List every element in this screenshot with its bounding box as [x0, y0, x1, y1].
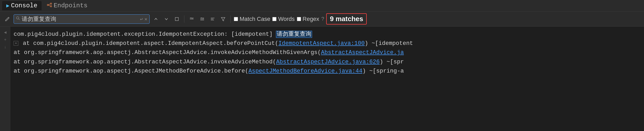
match-case-input[interactable]	[234, 17, 238, 21]
log-line-5-link[interactable]: AspectJMethodBeforeAdvice.java:44	[248, 68, 363, 74]
toolbar-separator-1	[184, 15, 184, 23]
format-button-2[interactable]	[198, 15, 206, 23]
expand-icon-1[interactable]: +	[14, 41, 18, 46]
svg-marker-20	[221, 17, 225, 21]
search-undo-icon[interactable]: ↩	[140, 16, 143, 22]
regex-input[interactable]	[297, 17, 301, 21]
log-lines: com.pig4cloud.plugin.idempotent.exceptio…	[10, 29, 644, 77]
match-case-checkbox[interactable]: Match Case	[234, 16, 270, 22]
words-input[interactable]	[272, 17, 276, 21]
log-line-2-after: ) ~[idempotent	[365, 40, 413, 47]
regex-checkbox[interactable]: Regex	[297, 16, 319, 22]
endpoints-tab-icon	[47, 2, 52, 9]
search-icon	[16, 16, 20, 22]
nav-down-button[interactable]	[162, 15, 171, 23]
format-button-1[interactable]	[188, 15, 196, 23]
log-line-4-link[interactable]: AbstractAspectJAdvice.java:626	[276, 59, 380, 65]
gutter-expand-1[interactable]: +	[0, 37, 10, 43]
log-line-1-highlight: 请勿重复查询	[276, 31, 312, 38]
svg-rect-7	[175, 17, 178, 21]
matches-badge: 9 matches	[326, 13, 367, 25]
log-line-3-link[interactable]: AbstractAspectJAdvice.ja	[321, 49, 404, 56]
log-line-5-before: at org.springframework.aop.aspectj.Aspec…	[14, 68, 248, 74]
match-case-label: Match Case	[240, 16, 270, 22]
toolbar-separator-2	[230, 15, 231, 23]
console-content: ◀ + ↓ com.pig4cloud.plugin.idempotent.ex…	[0, 27, 644, 131]
svg-line-4	[48, 5, 50, 6]
log-line-3-before: at org.springframework.aop.aspectj.Abstr…	[14, 49, 321, 56]
console-tab-label: Console	[11, 2, 37, 9]
gutter-download-1[interactable]: ↓	[0, 44, 10, 51]
words-label: Words	[278, 16, 295, 22]
console-tab-icon: ▶	[6, 2, 9, 9]
words-checkbox[interactable]: Words	[272, 16, 295, 22]
log-line-1: com.pig4cloud.plugin.idempotent.exceptio…	[14, 30, 641, 39]
format-button-3[interactable]	[208, 15, 217, 23]
search-clear-icon[interactable]: ✕	[144, 16, 147, 22]
svg-point-2	[50, 6, 52, 7]
svg-point-1	[50, 3, 52, 4]
search-box: ↩ ✕	[14, 14, 150, 24]
stop-button[interactable]	[173, 15, 181, 23]
left-gutter: ◀ + ↓	[0, 27, 10, 131]
svg-line-3	[48, 4, 50, 5]
log-line-5: at org.springframework.aop.aspectj.Aspec…	[14, 67, 641, 76]
log-line-2-link[interactable]: IdempotentAspect.java:100	[278, 40, 365, 47]
gutter-icon-1: ◀	[0, 29, 10, 36]
regex-label: Regex	[303, 16, 319, 22]
filter-button[interactable]	[219, 15, 227, 23]
tab-bar: ▶ Console Endpoints	[0, 0, 644, 11]
log-line-4-after: ) ~[spr	[380, 59, 404, 65]
log-line-3: at org.springframework.aop.aspectj.Abstr…	[14, 48, 641, 57]
log-line-2-before: at com.pig4cloud.plugin.idempotent.aspec…	[23, 40, 278, 47]
svg-line-6	[19, 19, 20, 20]
toolbar: ↩ ✕	[0, 11, 644, 27]
log-line-4: at org.springframework.aop.aspectj.Abstr…	[14, 57, 641, 67]
log-line-1-before: com.pig4cloud.plugin.idempotent.exceptio…	[14, 31, 276, 38]
nav-up-button[interactable]	[152, 15, 160, 23]
matches-count-text: 9 matches	[330, 15, 363, 23]
log-line-4-before: at org.springframework.aop.aspectj.Abstr…	[14, 59, 276, 65]
log-line-2: + at com.pig4cloud.plugin.idempotent.asp…	[14, 39, 641, 48]
tab-endpoints[interactable]: Endpoints	[43, 1, 92, 10]
endpoints-tab-label: Endpoints	[54, 2, 88, 9]
tab-console[interactable]: ▶ Console	[2, 1, 42, 10]
help-button[interactable]: ?	[321, 16, 324, 22]
edit-icon-button[interactable]	[3, 15, 12, 23]
svg-point-5	[16, 17, 19, 19]
svg-point-0	[47, 4, 48, 6]
search-input[interactable]	[22, 16, 138, 22]
log-line-5-after: ) ~[spring-a	[362, 68, 404, 74]
